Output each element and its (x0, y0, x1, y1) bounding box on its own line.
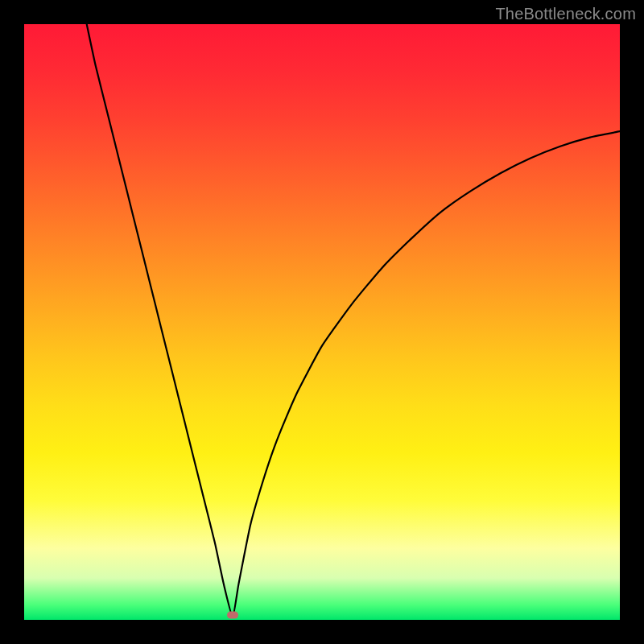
bottleneck-curve (24, 24, 620, 620)
minimum-marker (227, 612, 238, 619)
chart-stage: TheBottleneck.com (0, 0, 644, 644)
plot-area (24, 24, 620, 620)
watermark-text: TheBottleneck.com (495, 5, 636, 23)
